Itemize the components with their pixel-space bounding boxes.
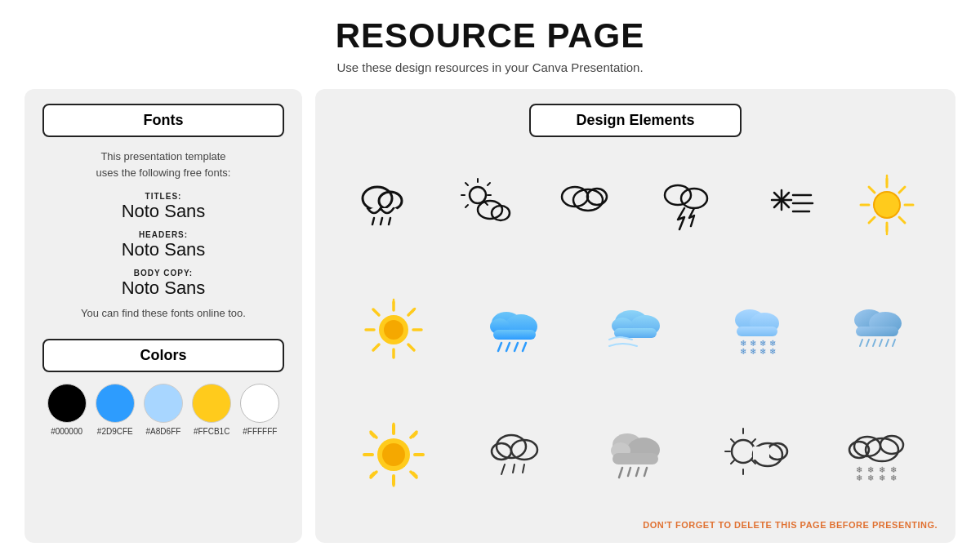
- footer-note: DON'T FORGET TO DELETE THIS PAGE BEFORE …: [333, 520, 938, 530]
- icon-sun-color: [353, 293, 434, 367]
- svg-line-13: [488, 183, 490, 185]
- color-swatches: #000000 #2D9CFE #A8D6FF #FFCB1C #FFFFFF: [42, 384, 284, 436]
- swatch-circle-lightblue: [144, 384, 183, 423]
- svg-point-20: [665, 185, 691, 205]
- icon-sun-yellow: [353, 418, 434, 491]
- swatch-circle-blue: [96, 384, 135, 423]
- icon-sunny-color: [846, 168, 928, 242]
- icon-snow-wind-outline: [746, 168, 827, 242]
- page-subtitle: Use these design resources in your Canva…: [336, 60, 643, 74]
- svg-line-47: [408, 344, 414, 350]
- svg-point-29: [874, 192, 900, 218]
- svg-point-130: [880, 436, 903, 454]
- svg-rect-66: [737, 327, 777, 336]
- svg-line-121: [731, 439, 734, 442]
- svg-rect-55: [493, 330, 536, 340]
- svg-line-123: [752, 439, 755, 442]
- svg-line-49: [373, 344, 379, 350]
- svg-line-114: [636, 468, 639, 476]
- svg-point-0: [363, 187, 392, 210]
- svg-line-115: [644, 468, 647, 476]
- svg-line-46: [373, 309, 379, 315]
- svg-line-79: [866, 340, 869, 346]
- fonts-description: This presentation templateuses the follo…: [42, 149, 284, 180]
- svg-point-41: [384, 320, 403, 340]
- svg-line-5: [389, 218, 390, 224]
- svg-rect-77: [856, 327, 898, 336]
- font-titles-label: TITLES:: [42, 192, 284, 201]
- svg-line-56: [498, 343, 501, 351]
- svg-text:❄: ❄: [856, 473, 862, 482]
- icon-partly-cloudy-outline: [443, 168, 525, 242]
- svg-line-82: [886, 340, 889, 346]
- font-headers: HEADERS: Noto Sans: [42, 230, 284, 260]
- font-titles: TITLES: Noto Sans: [42, 192, 284, 222]
- icon-wind-cloud-color: [595, 293, 676, 367]
- svg-line-12: [485, 202, 488, 205]
- swatch-label-lightblue: #A8D6FF: [146, 427, 181, 436]
- icon-partly-sunny-outline: [715, 418, 797, 491]
- icon-double-cloud-outline: [544, 168, 626, 242]
- svg-point-85: [382, 443, 405, 466]
- svg-line-4: [381, 218, 382, 224]
- icon-thunder-outline: [645, 168, 727, 242]
- svg-line-107: [523, 464, 524, 473]
- svg-line-106: [513, 464, 514, 473]
- swatch-circle-white: [240, 384, 279, 423]
- svg-text:❄: ❄: [760, 347, 766, 356]
- font-headers-label: HEADERS:: [42, 230, 284, 239]
- svg-line-80: [873, 340, 875, 346]
- swatch-white: #FFFFFF: [240, 384, 279, 436]
- svg-rect-111: [612, 453, 658, 464]
- svg-line-34: [869, 187, 875, 193]
- svg-point-6: [470, 187, 486, 203]
- fonts-note: You can find these fonts online too.: [42, 307, 284, 319]
- icon-rain-color-2: [836, 293, 918, 367]
- swatch-lightblue: #A8D6FF: [144, 384, 183, 436]
- icon-fluffy-clouds-outline: ❄ ❄ ❄ ❄ ❄ ❄ ❄ ❄: [836, 418, 918, 491]
- colors-section: Colors #000000 #2D9CFE #A8D6FF #FFCB1C: [42, 339, 284, 436]
- svg-line-58: [514, 343, 518, 351]
- svg-line-11: [466, 183, 468, 185]
- svg-line-3: [372, 218, 374, 224]
- svg-text:❄: ❄: [769, 347, 776, 356]
- svg-rect-127: [753, 447, 769, 460]
- svg-line-37: [869, 217, 875, 223]
- icon-rain-color: [474, 293, 555, 367]
- swatch-yellow: #FFCB1C: [192, 384, 231, 436]
- icon-snow-color: ❄ ❄ ❄ ❄ ❄ ❄ ❄ ❄: [715, 293, 797, 367]
- swatch-label-black: #000000: [51, 427, 82, 436]
- svg-line-112: [619, 468, 622, 478]
- svg-line-14: [466, 205, 468, 207]
- svg-point-21: [681, 189, 707, 208]
- swatch-label-yellow: #FFCB1C: [194, 427, 229, 436]
- icons-row-2: ❄ ❄ ❄ ❄ ❄ ❄ ❄ ❄: [333, 270, 938, 389]
- page-title: RESOURCE PAGE: [336, 16, 645, 56]
- font-body-label: BODY COPY:: [42, 269, 284, 278]
- svg-line-83: [893, 340, 895, 346]
- svg-line-113: [628, 468, 630, 476]
- swatch-blue: #2D9CFE: [96, 384, 135, 436]
- icons-row-3: ❄ ❄ ❄ ❄ ❄ ❄ ❄ ❄: [333, 395, 938, 513]
- svg-line-57: [506, 343, 510, 351]
- swatch-black: #000000: [47, 384, 87, 436]
- svg-line-124: [731, 460, 734, 464]
- design-elements-header: Design Elements: [529, 104, 742, 137]
- svg-line-105: [501, 464, 505, 474]
- font-headers-name: Noto Sans: [42, 239, 284, 260]
- left-panel: Fonts This presentation templateuses the…: [24, 89, 302, 543]
- svg-text:❄: ❄: [750, 347, 756, 356]
- icons-grid: ❄ ❄ ❄ ❄ ❄ ❄ ❄ ❄: [333, 145, 938, 513]
- font-body-name: Noto Sans: [42, 278, 284, 299]
- icon-rain-grey: [595, 418, 676, 491]
- right-panel: Design Elements: [315, 89, 956, 543]
- font-body: BODY COPY: Noto Sans: [42, 269, 284, 299]
- svg-point-15: [478, 201, 502, 219]
- svg-point-104: [492, 443, 511, 460]
- swatch-label-blue: #2D9CFE: [97, 427, 133, 436]
- fonts-header: Fonts: [42, 104, 284, 137]
- svg-point-116: [732, 440, 755, 463]
- svg-line-36: [899, 187, 905, 193]
- svg-line-81: [880, 340, 882, 346]
- colors-header: Colors: [42, 339, 284, 372]
